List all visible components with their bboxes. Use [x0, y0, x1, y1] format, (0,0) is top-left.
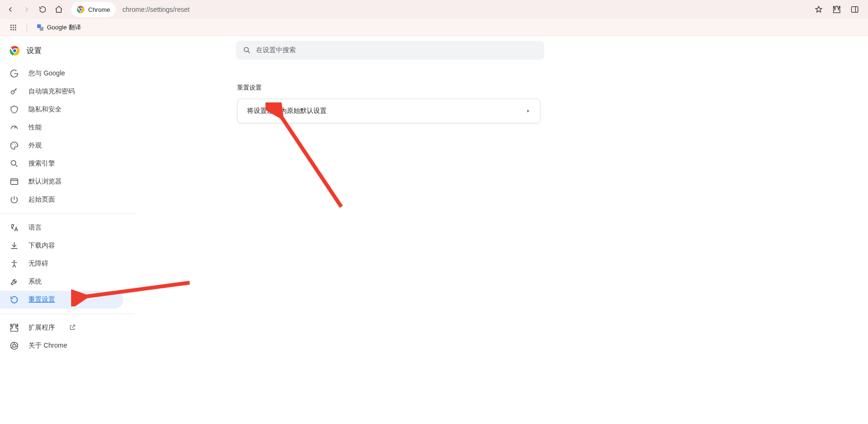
wrench-icon	[9, 277, 19, 286]
svg-rect-16	[40, 27, 44, 30]
svg-rect-11	[15, 27, 16, 28]
sidebar-item-on-startup[interactable]: 起始页面	[0, 191, 123, 209]
svg-rect-9	[10, 27, 12, 28]
svg-point-20	[11, 91, 14, 94]
back-button[interactable]	[4, 3, 17, 16]
sidebar-item-about[interactable]: 关于 Chrome	[0, 337, 123, 355]
browser-toolbar: Chrome chrome://settings/reset	[0, 0, 868, 19]
chrome-icon	[77, 6, 84, 13]
reset-icon	[9, 295, 19, 304]
sidebar-item-appearance[interactable]: 外观	[0, 137, 123, 155]
extensions-button[interactable]	[830, 3, 843, 16]
chevron-right-icon	[526, 107, 530, 115]
home-icon	[55, 5, 63, 14]
bookmark-star-button[interactable]	[812, 3, 825, 16]
search-icon	[9, 159, 19, 168]
key-icon	[9, 87, 19, 96]
apps-shortcut[interactable]	[7, 22, 20, 33]
sidebar-item-label: 关于 Chrome	[28, 341, 67, 350]
sidebar-item-label: 无障碍	[28, 259, 48, 268]
apps-grid-icon	[9, 24, 17, 31]
svg-rect-7	[13, 25, 14, 26]
reload-button[interactable]	[36, 3, 49, 16]
side-panel-button[interactable]	[848, 3, 861, 16]
sidebar-nav: 您与 Google 自动填充和密码 隐私和安全 性能 外观 搜索引擎	[0, 65, 135, 355]
external-link-icon	[69, 324, 76, 332]
svg-point-3	[80, 9, 82, 11]
reset-card: 将设置还原为原始默认设置	[237, 99, 540, 123]
svg-point-19	[13, 49, 16, 52]
sidebar-item-reset[interactable]: 重置设置	[0, 291, 123, 309]
sidebar-title: 设置	[27, 46, 42, 56]
svg-point-21	[12, 145, 13, 146]
sidebar-item-label: 自动填充和密码	[28, 87, 75, 96]
address-bar[interactable]: chrome://settings/reset	[119, 2, 809, 17]
sidebar-item-label: 默认浏览器	[28, 177, 62, 186]
translate-icon	[9, 223, 19, 232]
search-icon	[243, 46, 251, 55]
svg-rect-6	[10, 25, 12, 26]
svg-point-27	[13, 260, 15, 262]
url-text: chrome://settings/reset	[122, 6, 190, 13]
bookmark-google-translate[interactable]: Google 翻译	[34, 21, 84, 34]
sidebar-item-label: 起始页面	[28, 195, 55, 204]
sidebar-item-label: 语言	[28, 223, 42, 232]
sidebar-item-label: 性能	[28, 123, 42, 132]
sidebar-item-you-and-google[interactable]: 您与 Google	[0, 65, 123, 83]
sidebar-item-accessibility[interactable]: 无障碍	[0, 255, 123, 273]
settings-sidebar: 设置 您与 Google 自动填充和密码 隐私和安全 性能 外观	[0, 36, 135, 424]
bookmarks-bar: Google 翻译	[0, 19, 868, 36]
sidebar-item-label: 外观	[28, 141, 42, 150]
sidebar-item-label: 隐私和安全	[28, 105, 62, 114]
sidebar-item-autofill[interactable]: 自动填充和密码	[0, 83, 123, 101]
toolbar-right	[812, 3, 864, 16]
restore-defaults-row[interactable]: 将设置还原为原始默认设置	[238, 99, 540, 123]
site-chip-label: Chrome	[88, 6, 110, 13]
svg-rect-13	[13, 29, 14, 30]
sidebar-item-languages[interactable]: 语言	[0, 219, 123, 237]
sidebar-item-default-browser[interactable]: 默认浏览器	[0, 173, 123, 191]
reload-icon	[38, 5, 47, 14]
puzzle-icon	[9, 323, 19, 332]
home-button[interactable]	[52, 3, 65, 16]
sidebar-item-label: 您与 Google	[28, 69, 65, 78]
arrow-left-icon	[6, 5, 15, 14]
shield-icon	[9, 105, 19, 114]
sidebar-item-extensions[interactable]: 扩展程序	[0, 319, 123, 337]
bookmarks-separator	[27, 23, 27, 32]
sidebar-item-search-engine[interactable]: 搜索引擎	[0, 155, 123, 173]
speedometer-icon	[9, 123, 19, 132]
sidebar-divider	[0, 313, 135, 314]
site-info-chip[interactable]: Chrome	[71, 2, 116, 17]
svg-rect-14	[15, 29, 16, 30]
sidebar-header: 设置	[0, 42, 135, 65]
card-row-label: 将设置还原为原始默认设置	[247, 107, 327, 115]
sidebar-item-performance[interactable]: 性能	[0, 119, 123, 137]
arrow-right-icon	[22, 5, 31, 14]
sidebar-item-label: 下载内容	[28, 241, 55, 250]
sidebar-item-label: 搜索引擎	[28, 159, 55, 168]
svg-rect-10	[13, 27, 14, 28]
svg-rect-8	[15, 25, 16, 26]
google-g-icon	[9, 69, 19, 78]
svg-point-22	[14, 143, 15, 144]
sidebar-item-system[interactable]: 系统	[0, 273, 123, 291]
sidebar-item-privacy[interactable]: 隐私和安全	[0, 101, 123, 119]
accessibility-icon	[9, 259, 19, 268]
sidebar-item-label: 扩展程序	[28, 323, 55, 332]
power-icon	[9, 195, 19, 204]
svg-rect-25	[11, 179, 18, 184]
star-icon	[814, 5, 823, 14]
settings-search-input[interactable]: 在设置中搜索	[236, 41, 544, 60]
svg-rect-12	[10, 29, 12, 30]
chrome-outline-icon	[9, 341, 19, 350]
svg-point-30	[244, 47, 248, 52]
search-placeholder: 在设置中搜索	[256, 46, 296, 55]
download-icon	[9, 241, 19, 250]
sidebar-item-label: 重置设置	[28, 295, 55, 304]
forward-button[interactable]	[20, 3, 33, 16]
sidebar-item-downloads[interactable]: 下载内容	[0, 237, 123, 255]
browser-icon	[9, 177, 19, 186]
svg-point-24	[11, 160, 16, 165]
bookmark-label: Google 翻译	[47, 23, 81, 32]
